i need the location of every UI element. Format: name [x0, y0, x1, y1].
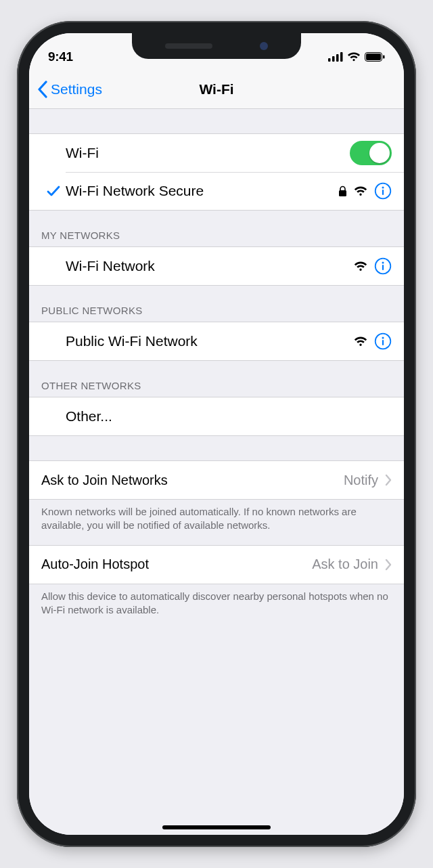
- other-networks-header: OTHER NETWORKS: [29, 361, 404, 397]
- ask-to-join-footer: Known networks will be joined automatica…: [29, 500, 404, 545]
- svg-point-9: [382, 187, 384, 189]
- page-title: Wi-Fi: [199, 81, 233, 97]
- phone-frame: 9:41 Settings Wi-Fi: [17, 21, 416, 847]
- other-network-row[interactable]: Other...: [29, 397, 404, 435]
- public-networks-group: Public Wi-Fi Network: [29, 322, 404, 361]
- svg-rect-13: [382, 265, 384, 270]
- notch: [132, 33, 301, 59]
- battery-icon: [365, 52, 385, 62]
- status-icons: [328, 52, 385, 62]
- lock-icon: [338, 186, 347, 197]
- wifi-toggle-row[interactable]: Wi-Fi: [29, 134, 404, 172]
- chevron-left-icon: [37, 81, 48, 98]
- svg-rect-3: [340, 52, 343, 62]
- wifi-toggle[interactable]: [350, 141, 392, 165]
- home-indicator[interactable]: [162, 825, 271, 829]
- auto-join-row[interactable]: Auto-Join Hotspot Ask to Join: [29, 546, 404, 584]
- auto-join-value: Ask to Join: [312, 557, 378, 572]
- connected-network-name: Wi-Fi Network Secure: [66, 183, 338, 199]
- public-networks-header: PUBLIC NETWORKS: [29, 286, 404, 322]
- nav-bar: Settings Wi-Fi: [29, 70, 404, 109]
- ask-to-join-value: Notify: [344, 473, 378, 488]
- info-icon[interactable]: [374, 332, 392, 350]
- chevron-right-icon: [385, 559, 392, 571]
- svg-rect-10: [382, 190, 384, 195]
- svg-rect-1: [332, 56, 335, 62]
- ask-to-join-group: Ask to Join Networks Notify: [29, 460, 404, 500]
- wifi-signal-icon: [354, 186, 367, 196]
- my-network-name: Wi-Fi Network: [66, 258, 354, 274]
- wifi-main-group: Wi-Fi Wi-Fi Network Secure: [29, 133, 404, 211]
- auto-join-label: Auto-Join Hotspot: [41, 557, 312, 572]
- back-button[interactable]: Settings: [37, 70, 102, 108]
- svg-rect-5: [366, 53, 381, 60]
- other-networks-group: Other...: [29, 397, 404, 436]
- my-network-row[interactable]: Wi-Fi Network: [29, 247, 404, 285]
- public-network-name: Public Wi-Fi Network: [66, 333, 354, 349]
- svg-rect-2: [336, 54, 339, 62]
- status-time: 9:41: [48, 49, 73, 64]
- wifi-toggle-label: Wi-Fi: [66, 145, 350, 161]
- ask-to-join-label: Ask to Join Networks: [41, 473, 344, 488]
- connected-network-row[interactable]: Wi-Fi Network Secure: [29, 172, 404, 210]
- chevron-right-icon: [385, 474, 392, 486]
- info-icon[interactable]: [374, 257, 392, 275]
- back-label: Settings: [51, 81, 102, 97]
- my-networks-group: Wi-Fi Network: [29, 246, 404, 286]
- screen: 9:41 Settings Wi-Fi: [29, 33, 404, 835]
- other-label: Other...: [66, 408, 392, 425]
- checkmark-icon: [46, 183, 61, 198]
- wifi-signal-icon: [354, 337, 367, 347]
- svg-rect-16: [382, 340, 384, 345]
- wifi-signal-icon: [354, 261, 367, 272]
- content[interactable]: Wi-Fi Wi-Fi Network Secure: [29, 109, 404, 835]
- speaker-grille: [165, 43, 212, 49]
- svg-rect-7: [339, 190, 346, 196]
- svg-rect-0: [328, 58, 331, 62]
- svg-point-12: [382, 262, 384, 264]
- svg-rect-6: [383, 56, 385, 59]
- public-network-row[interactable]: Public Wi-Fi Network: [29, 322, 404, 360]
- cellular-signal-icon: [328, 52, 343, 62]
- svg-point-15: [382, 337, 384, 339]
- info-icon[interactable]: [374, 182, 392, 200]
- ask-to-join-row[interactable]: Ask to Join Networks Notify: [29, 461, 404, 499]
- auto-join-footer: Allow this device to automatically disco…: [29, 584, 404, 630]
- auto-join-group: Auto-Join Hotspot Ask to Join: [29, 545, 404, 584]
- wifi-status-icon: [347, 52, 361, 62]
- my-networks-header: MY NETWORKS: [29, 211, 404, 246]
- front-camera: [260, 42, 268, 50]
